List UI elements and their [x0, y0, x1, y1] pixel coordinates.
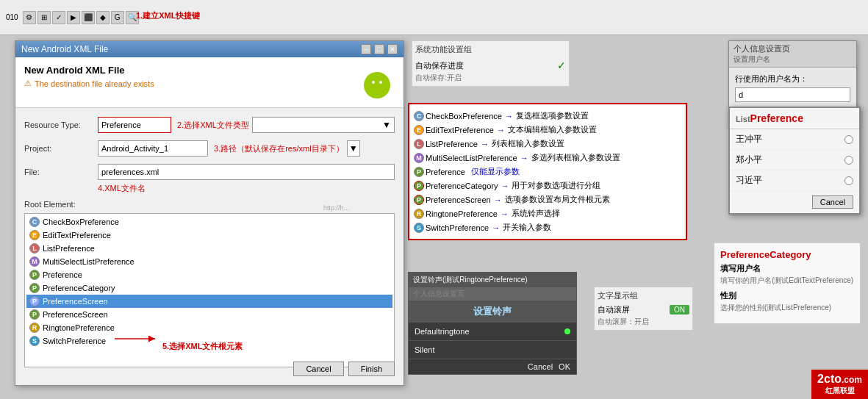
step5-annotation: 5.选择XML文件根元素	[162, 341, 243, 352]
on-badge: ON	[670, 305, 689, 314]
root-item-label: ListPreference	[43, 244, 95, 253]
pref-name-multiselect: MultiSelectListPreference	[426, 154, 517, 162]
finish-button[interactable]: Finish	[348, 362, 395, 376]
root-item-label: CheckBoxPreference	[43, 218, 119, 226]
root-item-preference[interactable]: P Preference	[26, 268, 392, 281]
pref-desc-multiselect: 多选列表框输入参数设置	[531, 152, 620, 163]
project-annotation: 3.路径（默认保存在res/xml目录下）	[214, 143, 344, 154]
root-item-preferencescreen-selected[interactable]: P PreferenceScreen	[26, 295, 392, 308]
root-item-multiselect[interactable]: M MultiSelectListPreference	[26, 255, 392, 268]
auto-save-checkbox[interactable]: ✓	[557, 60, 566, 71]
toolbar-btn-2[interactable]: ⊞	[37, 11, 51, 24]
project-input[interactable]: Android_Activity_1	[98, 140, 208, 157]
username-dialog-titlebar: 个人信息设置页 设置用户名	[729, 41, 856, 68]
pref-row-ringtone: R RingtonePreference → 系统铃声选择	[414, 206, 681, 220]
icon-p-4: P	[29, 309, 40, 320]
root-item-list[interactable]: L ListPreference	[26, 242, 392, 255]
individual-section-1: 填写用户名 填写你的用户名(测试EditTextPreference)	[720, 263, 854, 286]
maximize-button[interactable]: □	[374, 44, 384, 54]
ringtone-item-default[interactable]: Defaultringtone	[409, 323, 576, 341]
toolbar-btn-5[interactable]: ⬛	[82, 11, 95, 24]
icon-p-2: P	[29, 283, 40, 293]
resource-type-input[interactable]: Preference	[98, 117, 171, 133]
android-logo	[359, 65, 395, 100]
step1-label: 1.建立XML快捷键	[136, 10, 200, 21]
pref-icon-p2: P	[414, 181, 424, 191]
titlebar-buttons: ─ □ ✕	[361, 44, 398, 54]
toolbar-btn-1[interactable]: ⚙	[23, 11, 36, 24]
dialog-bottom-buttons: Cancel Finish	[293, 362, 395, 376]
auto-scroll-row: 自动滚屏 ON	[598, 304, 689, 315]
ringtone-ok-btn[interactable]: OK	[559, 362, 570, 371]
ringtone-subtitle: 个人信息设置页	[409, 287, 576, 301]
root-item-label: Preference	[43, 270, 82, 279]
root-item-checkbox[interactable]: C CheckBoxPreference	[26, 215, 392, 229]
pref-icon-c: C	[414, 111, 424, 121]
ringtone-item-silent[interactable]: Silent	[409, 341, 576, 359]
ringtone-footer: Cancel OK	[409, 359, 576, 374]
step5-arrow-svg	[111, 328, 162, 350]
pref-desc-checkbox: 复选框选项参数设置	[516, 110, 589, 121]
close-button[interactable]: ✕	[387, 44, 398, 54]
cancel-button[interactable]: Cancel	[293, 362, 343, 376]
svg-rect-3	[384, 85, 387, 93]
auto-scroll-status: 自动滚屏：开启	[598, 317, 689, 327]
file-input[interactable]	[98, 164, 395, 180]
radio-1	[844, 135, 853, 144]
pref-name-ringtone: RingtonePreference	[426, 209, 498, 218]
username-label: 行使用的用户名为：	[735, 73, 850, 85]
project-dropdown[interactable]: ▼	[347, 140, 360, 157]
list-pref-cancel-btn[interactable]: Cancel	[812, 195, 853, 209]
pref-arrow-2: →	[497, 126, 505, 134]
pref-row-edittext: E EditTextPreference → 文本编辑框输入参数设置	[414, 123, 681, 137]
pref-only-note: 仅能显示参数	[471, 166, 520, 177]
list-item-label-3: 习近平	[736, 174, 762, 187]
ringtone-dot-1	[564, 328, 570, 334]
root-item-ringtone[interactable]: R RingtonePreference	[26, 321, 392, 334]
pref-row-pref: P Preference 仅能显示参数	[414, 165, 681, 179]
pref-name-pref: Preference	[426, 168, 465, 176]
resource-type-dropdown[interactable]: ▼	[252, 117, 395, 133]
username-input[interactable]	[735, 87, 850, 102]
dropdown-arrow-icon: ▼	[382, 120, 391, 130]
root-item-preferencecategory[interactable]: P PreferenceCategory	[26, 281, 392, 295]
cto-sub: .com	[842, 375, 862, 385]
file-annotation: 4.XML文件名	[98, 183, 395, 194]
icon-r-1: R	[29, 323, 40, 333]
pref-icon-s: S	[414, 223, 424, 233]
pref-name-edittext: EditTextPreference	[426, 126, 494, 134]
pref-row-multiselect: M MultiSelectListPreference → 多选列表框输入参数设…	[414, 151, 681, 165]
dialog-titlebar: New Android XML File ─ □ ✕	[15, 41, 403, 57]
ringtone-cancel-btn[interactable]: Cancel	[528, 362, 553, 371]
toolbar-btn-7[interactable]: G	[111, 11, 124, 24]
cto-tag: 红黑联盟	[817, 386, 862, 396]
pref-icon-e: E	[414, 125, 424, 135]
list-pref-item-1[interactable]: 王冲平	[730, 129, 859, 150]
dialog-header-warning: ⚠ The destination file already exists	[24, 79, 154, 88]
svg-point-4	[372, 81, 375, 84]
pref-desc-switch: 开关输入参数	[503, 222, 551, 233]
pref-desc-list: 列表框输入参数设置	[492, 138, 564, 149]
toolbar-btn-3[interactable]: ✓	[52, 11, 65, 24]
icon-p-3: P	[29, 296, 40, 306]
list-pref-item-2[interactable]: 郑小平	[730, 150, 859, 170]
pref-arrow-5: →	[501, 181, 509, 190]
file-label: File:	[24, 168, 98, 176]
toolbar-btn-4[interactable]: ▶	[67, 11, 80, 24]
minimize-button[interactable]: ─	[361, 44, 371, 54]
toolbar-btn-6[interactable]: ◆	[96, 11, 110, 24]
individual-section-2: 性别 选择您的性别(测试ListPreference)	[720, 290, 854, 313]
root-item-preferencescreen2[interactable]: P PreferenceScreen	[26, 308, 392, 321]
android-svg	[359, 65, 395, 100]
text-display-group: 文字显示组 自动滚屏 ON 自动滚屏：开启	[594, 287, 693, 331]
root-item-edittext[interactable]: E EditTextPreference	[26, 229, 392, 242]
resource-type-row: Resource Type: Preference 2.选择XML文件类型 ▼	[24, 117, 395, 133]
list-pref-item-3[interactable]: 习近平	[730, 170, 859, 191]
root-item-label: MultiSelectListPreference	[43, 257, 134, 266]
warning-text: The destination file already exists	[35, 79, 154, 88]
pref-arrow-8: →	[492, 223, 500, 232]
pref-icon-m: M	[414, 153, 424, 163]
pref-icon-l: L	[414, 139, 424, 149]
file-row: File:	[24, 164, 395, 180]
list-item-label-2: 郑小平	[736, 154, 762, 166]
